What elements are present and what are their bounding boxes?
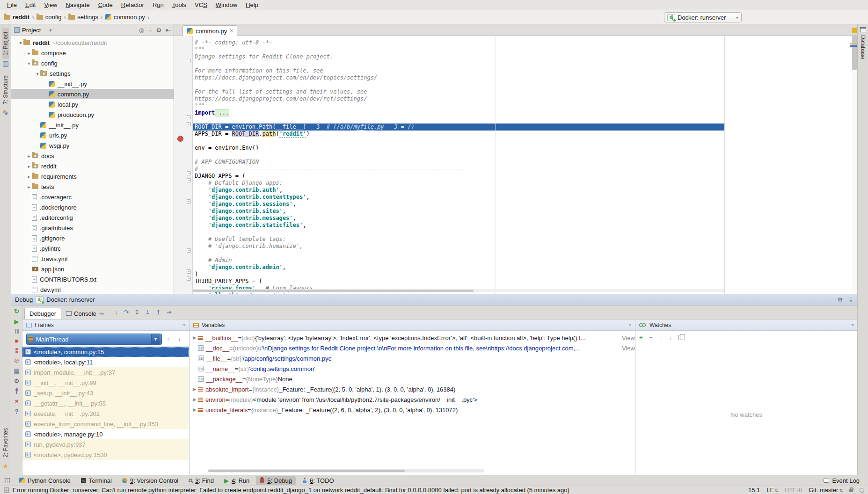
breakpoint-marker[interactable] [177,136,183,142]
frame-row[interactable]: <module>, manage.py:10 [22,429,189,439]
move-down-icon[interactable]: ↓ [669,334,672,341]
step-into-my-code-icon[interactable]: ⇣ [145,309,150,315]
tool-strip-tab-project[interactable]: 1: Project [2,28,9,59]
fold-collapse-icon[interactable]: − [187,59,191,63]
tool-window-button-4--run[interactable]: ▶4: Run [220,476,253,485]
code-line[interactable]: 'django.contrib.contenttypes', [193,194,857,201]
code-line[interactable] [193,116,857,124]
run-small-icon[interactable]: ▶ [224,478,229,484]
code-line[interactable] [193,229,857,236]
tree-item-coveragerc[interactable]: .coveragerc [11,192,174,202]
menu-item-tools[interactable]: Tools [168,0,190,10]
frame-row[interactable]: import_module, __init__.py:37 [22,367,189,378]
step-out-icon[interactable]: ↥ [156,309,161,315]
tool-window-button-5--debug[interactable]: 5: Debug [256,476,296,485]
frame-down-icon[interactable]: ↓ [178,335,181,342]
tree-item-dockerignore[interactable]: .dockerignore [11,202,174,212]
menu-item-edit[interactable]: Edit [21,0,40,10]
code-line[interactable] [193,250,857,257]
help-icon[interactable]: ? [15,408,19,414]
stop-icon[interactable]: ■ [15,338,19,344]
frame-row[interactable]: <module>, pydevd.py:1530 [22,450,189,460]
tree-item-reddit[interactable]: ▾reddit~/cookiecutter/reddit [11,37,174,48]
frame-row[interactable]: <module>, local.py:11 [22,357,189,367]
code-line[interactable] [193,152,857,159]
breadcrumb-item-reddit[interactable]: reddit [4,14,29,21]
fold-collapse-icon[interactable]: − [187,276,191,281]
frame-row[interactable]: _setup, __init__.py:43 [22,388,189,398]
error-stripe[interactable] [852,36,857,294]
tab-console[interactable]: Console⇥ [61,308,109,319]
caret-position[interactable]: 15:1 [748,487,760,494]
code-line[interactable]: # Useful template tags: [193,236,857,243]
add-watch-icon[interactable]: + [639,334,643,341]
tool-window-button-3--find[interactable]: 3: Find [185,476,218,485]
menu-item-vcs[interactable]: VCS [190,0,212,10]
code-line[interactable]: 'django.contrib.sessions', [193,201,857,208]
code-line[interactable] [193,60,857,67]
step-over-icon[interactable]: ↷ [124,309,129,315]
code-line[interactable]: 'django.contrib.auth', [193,187,857,194]
tree-item-__init__py[interactable]: __init__.py [11,79,174,89]
tree-item-gitignore[interactable]: .gitignore [11,233,174,243]
locate-icon[interactable]: ◎ [139,27,144,33]
folded-region[interactable]: ... [215,109,229,116]
tree-item-wsgipy[interactable]: wsgi.py [11,140,174,151]
code-line[interactable]: # 'django.contrib.humanize', [193,243,857,250]
tree-item-productionpy[interactable]: production.py [11,109,174,120]
tree-item-compose[interactable]: ▸compose [11,48,174,58]
expand-arrow-icon[interactable]: ▶ [191,387,198,392]
menu-item-view[interactable]: View [40,0,61,10]
view-link[interactable]: View [622,334,635,341]
tool-strip-tab-structure[interactable]: 7: Structure [2,72,9,108]
tool-window-button-terminal[interactable]: >_Terminal [77,476,116,485]
breadcrumb-item-config[interactable]: config [36,14,62,21]
show-execution-point-icon[interactable]: ↓ [115,309,118,315]
hide-panel-icon[interactable]: ⇥ [627,322,631,328]
code-line[interactable]: import ... [193,109,857,116]
hide-tool-window-icon[interactable]: ⇣ [848,297,853,303]
frame-row[interactable]: <module>, common.py:15 [22,347,189,357]
variable-row[interactable]: 18__name__ = {str} 'config.settings.comm… [190,363,635,374]
tree-item-__init__py[interactable]: __init__.py [11,120,174,130]
tree-expanded-icon[interactable]: ▾ [26,61,32,66]
tree-item-requirements[interactable]: ▸requirements [11,171,174,182]
find-icon[interactable] [189,479,192,482]
editor-gutter[interactable]: −−+−−−−−−− [174,36,193,294]
code-line[interactable]: env = environ.Env() [193,145,857,152]
tree-item-travisyml[interactable]: .travis.yml [11,254,174,264]
fold-collapse-icon[interactable]: − [187,178,191,182]
breadcrumb-item-settings[interactable]: settings [68,14,98,21]
frame-row[interactable]: execute_from_command_line, __init__.py:3… [22,419,189,429]
frame-row[interactable]: execute, __init__.py:302 [22,408,189,419]
tree-item-gitattributes[interactable]: .gitattributes [11,223,174,233]
variables-horizontal-scrollbar[interactable] [208,469,484,472]
code-line[interactable]: Django settings for Reddit Clone project… [193,53,857,60]
tree-item-docs[interactable]: ▸docs [11,151,174,161]
expand-arrow-icon[interactable]: ▶ [191,335,198,340]
code-line[interactable]: 'django.contrib.messages', [193,215,857,222]
hector-icon[interactable] [860,488,864,493]
copy-icon[interactable] [678,335,683,340]
tree-item-config[interactable]: ▾config [11,58,174,68]
code-line[interactable]: 'django.contrib.staticfiles', [193,222,857,229]
tree-item-editorconfig[interactable]: .editorconfig [11,212,174,223]
rerun-icon[interactable]: ↻ [14,308,19,314]
lock-icon[interactable] [849,489,853,492]
collapse-all-icon[interactable]: ÷ [148,27,152,33]
code-area[interactable]: # -*- coding: utf-8 -*-"""Django setting… [193,36,857,294]
restore-layout-icon[interactable]: ▦ [14,368,19,374]
code-line[interactable]: # -*- coding: utf-8 -*- [193,39,857,46]
fold-collapse-icon[interactable]: − [187,248,191,253]
code-line[interactable]: """ [193,102,857,109]
scrollbar-thumb[interactable] [208,470,405,472]
variable-row[interactable]: ▶unicode_literals = {instance} _Feature:… [190,405,635,415]
code-line[interactable] [193,138,857,145]
tree-item-reddit[interactable]: ▸reddit [11,161,174,171]
tree-item-commonpy[interactable]: common.py [11,89,174,99]
run-configuration-select[interactable]: dj Docker: runserver ▾ [664,12,742,22]
menu-item-run[interactable]: Run [148,0,168,10]
tree-collapsed-icon[interactable]: ▸ [26,51,32,56]
expand-arrow-icon[interactable]: ▶ [191,397,198,402]
hide-panel-icon[interactable]: ⇥ [181,322,185,328]
